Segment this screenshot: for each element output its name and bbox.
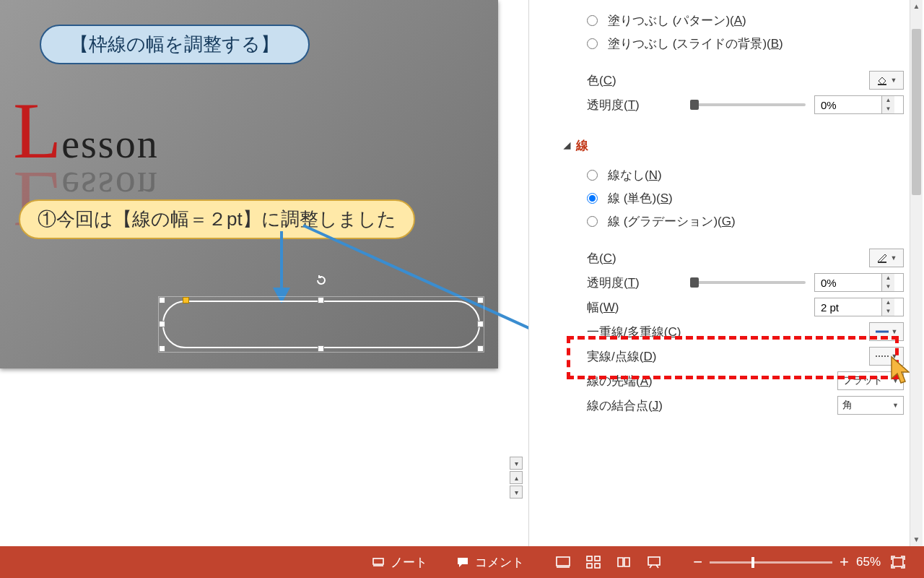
next-slide-button[interactable]: ▾: [510, 486, 523, 499]
arrow-down-icon: [260, 231, 303, 303]
step-callout: ①今回は【線の幅＝２pt】に調整しました: [19, 199, 415, 239]
comments-button[interactable]: コメント: [450, 554, 530, 571]
adjustment-handle[interactable]: [183, 297, 189, 303]
resize-handle[interactable]: [159, 321, 165, 327]
zoom-in-button[interactable]: +: [840, 553, 849, 571]
fill-slidebg-radio[interactable]: 塗りつぶし (スライドの背景)(B): [529, 32, 924, 55]
fill-color-row: 色(C) ▼: [529, 68, 924, 92]
line-join-select[interactable]: 角▼: [837, 396, 904, 415]
line-compound-row: 一重線/多重線(C) ▼: [529, 319, 924, 344]
svg-rect-8: [557, 557, 570, 566]
svg-rect-13: [595, 564, 600, 568]
line-dash-row: 実線/点線(D) ▼: [529, 344, 924, 368]
zoom-out-button[interactable]: −: [693, 553, 702, 571]
fill-transparency-row: 透明度(T) ▲▼: [529, 92, 924, 117]
slide-canvas[interactable]: 【枠線の幅を調整する】 Lesson Lesson ①今回は【線の幅＝２pt】に…: [0, 0, 498, 368]
format-shape-panel: 塗りつぶし (パターン)(A) 塗りつぶし (スライドの背景)(B) 色(C) …: [528, 0, 924, 546]
spin-up-button[interactable]: ▲: [882, 298, 894, 307]
resize-handle[interactable]: [318, 297, 324, 303]
line-none-radio[interactable]: 線なし(N): [529, 163, 924, 186]
slide-sorter-button[interactable]: [583, 552, 603, 572]
resize-handle[interactable]: [318, 345, 324, 352]
scroll-up-button[interactable]: ▲: [910, 0, 923, 13]
scroll-down-button[interactable]: ▾: [510, 457, 523, 470]
resize-handle[interactable]: [477, 321, 484, 327]
line-section-header[interactable]: ◢ 線: [529, 133, 924, 158]
collapse-triangle-icon: ◢: [564, 140, 570, 150]
pen-icon: [876, 253, 888, 263]
svg-rect-3: [878, 262, 886, 263]
line-transparency-row: 透明度(T) ▲▼: [529, 270, 924, 295]
fill-transparency-input[interactable]: ▲▼: [814, 95, 904, 114]
comment-icon: [456, 556, 469, 569]
scroll-down-button[interactable]: ▼: [910, 533, 923, 546]
compound-line-icon: [876, 328, 889, 335]
selection-box: [158, 296, 484, 353]
line-transparency-slider[interactable]: [690, 281, 806, 284]
resize-handle[interactable]: [159, 345, 165, 352]
reading-view-button[interactable]: [614, 552, 634, 572]
svg-rect-11: [595, 556, 600, 561]
fill-color-picker[interactable]: ▼: [869, 71, 904, 90]
line-cap-row: 線の先端(A) フラット▼: [529, 368, 924, 393]
normal-view-button[interactable]: [553, 552, 573, 572]
spin-down-button[interactable]: ▼: [882, 282, 894, 291]
line-compound-picker[interactable]: ▼: [869, 322, 904, 341]
paint-bucket-icon: [876, 75, 888, 85]
line-solid-radio[interactable]: 線 (単色)(S): [529, 186, 924, 210]
spin-down-button[interactable]: ▼: [882, 307, 894, 316]
svg-rect-10: [587, 556, 592, 561]
title-callout: 【枠線の幅を調整する】: [40, 25, 310, 64]
resize-handle[interactable]: [159, 297, 165, 303]
svg-rect-14: [648, 557, 660, 565]
rotate-handle[interactable]: [315, 275, 327, 286]
zoom-percent[interactable]: 65%: [856, 555, 881, 569]
fit-to-window-button[interactable]: [888, 552, 908, 572]
notes-button[interactable]: ノート: [366, 554, 433, 571]
spin-up-button[interactable]: ▲: [882, 96, 894, 105]
resize-handle[interactable]: [477, 297, 484, 303]
fill-pattern-radio[interactable]: 塗りつぶし (パターン)(A): [529, 9, 924, 32]
status-bar: ノート コメント − + 65%: [0, 546, 924, 578]
svg-rect-6: [373, 558, 383, 564]
line-transparency-input[interactable]: ▲▼: [814, 273, 904, 292]
slide-stage: 【枠線の幅を調整する】 Lesson Lesson ①今回は【線の幅＝２pt】に…: [0, 0, 505, 546]
selected-shape[interactable]: [162, 301, 480, 348]
line-color-picker[interactable]: ▼: [869, 249, 904, 267]
zoom-slider[interactable]: [710, 561, 832, 564]
prev-slide-button[interactable]: ▴: [510, 471, 523, 484]
resize-handle[interactable]: [477, 345, 484, 352]
svg-rect-12: [587, 564, 592, 568]
spin-up-button[interactable]: ▲: [882, 274, 894, 282]
line-width-input[interactable]: ▲▼: [814, 298, 904, 316]
line-gradient-radio[interactable]: 線 (グラデーション)(G): [529, 210, 924, 233]
svg-rect-17: [893, 558, 903, 566]
panel-scrollbar[interactable]: ▲ ▼: [910, 0, 923, 546]
line-join-row: 線の結合点(J) 角▼: [529, 393, 924, 418]
slideshow-button[interactable]: [644, 552, 664, 572]
svg-rect-2: [878, 84, 886, 85]
fill-transparency-slider[interactable]: [690, 103, 806, 106]
line-width-row: 幅(W) ▲▼: [529, 295, 924, 319]
line-color-row: 色(C) ▼: [529, 246, 924, 270]
slide-nav-scroll: ▾ ▴ ▾: [510, 455, 524, 499]
scroll-thumb[interactable]: [912, 29, 921, 195]
spin-down-button[interactable]: ▼: [882, 105, 894, 113]
dash-line-icon: [876, 353, 889, 360]
notes-icon: [372, 556, 385, 569]
